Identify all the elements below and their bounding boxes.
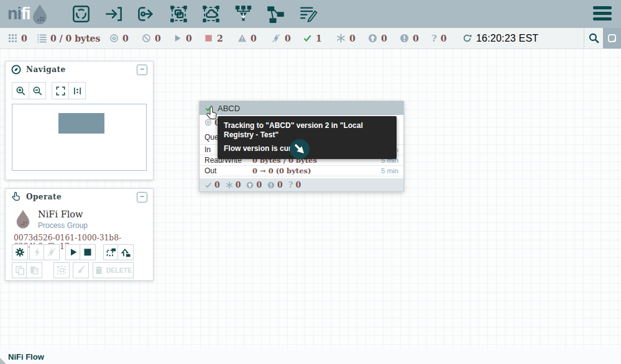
process-group-header[interactable]: ABCD [200, 101, 403, 115]
navigate-header: Navigate − [6, 61, 153, 78]
up-to-date-stat: 1 [303, 28, 322, 48]
nifi-logo: nifi [7, 3, 49, 24]
operate-header: Operate − [6, 189, 153, 205]
global-menu-button[interactable] [593, 6, 612, 21]
locally-modified-stat: 0 [336, 28, 356, 48]
badge-stale-icon [246, 181, 254, 189]
funnel-draggable[interactable] [234, 4, 253, 24]
process-group-draggable[interactable] [169, 4, 188, 24]
badge-up-to-date-icon [205, 181, 212, 189]
processor-draggable[interactable] [71, 4, 91, 24]
template-draggable[interactable] [266, 4, 285, 24]
operate-collapse-button[interactable]: − [137, 192, 147, 202]
breadcrumb-resize-handle[interactable] [0, 358, 6, 364]
breadcrumb-bar: NiFi Flow [0, 349, 621, 364]
disable-button[interactable] [44, 244, 60, 260]
process-group-drop-icon [14, 207, 32, 230]
birdseye-minimap[interactable] [12, 104, 147, 171]
hand-cursor [205, 106, 219, 122]
queued-data-count: 0 / 0 bytes [50, 34, 100, 43]
logo-fi: fi [21, 4, 30, 24]
queued-list-icon [37, 34, 47, 43]
badge-locally-modified-icon [226, 181, 233, 189]
invalid-count: 0 [251, 34, 257, 43]
transmitting-count: 0 [122, 34, 129, 43]
sync-failure-icon: ? [431, 33, 437, 44]
stopped-icon [204, 34, 213, 43]
zoom-in-button[interactable] [12, 82, 29, 99]
locally-modified-and-stale-icon [400, 34, 409, 43]
running-stat: 0 [173, 28, 192, 48]
tooltip-tracking-line: Tracking to "ABCD" version 2 in "Local R… [224, 121, 390, 140]
stopped-count: 2 [217, 34, 223, 43]
invalid-stat: 0 [237, 28, 257, 48]
compass-icon [11, 65, 21, 75]
up-to-date-count: 1 [316, 34, 322, 43]
top-toolbar: nifi [0, 0, 621, 28]
trash-icon [94, 266, 103, 275]
stale-count: 0 [381, 34, 387, 43]
locally-modified-and-stale-count: 0 [413, 34, 419, 43]
zoom-fit-button[interactable] [52, 82, 69, 99]
not-transmitting-stat: 0 [142, 28, 161, 48]
last-refreshed-time: 16:20:23 EST [476, 33, 538, 44]
up-to-date-icon [303, 34, 312, 43]
disabled-count: 0 [285, 34, 291, 43]
connection-create-handle[interactable] [289, 139, 310, 160]
disabled-icon [272, 34, 281, 43]
minimap-component [58, 113, 104, 134]
stale-icon [368, 34, 377, 43]
input-port-draggable[interactable] [104, 4, 123, 24]
invalid-icon [237, 34, 247, 43]
remote-process-group-draggable[interactable] [201, 4, 221, 24]
stale-stat: 0 [368, 28, 387, 48]
label-draggable[interactable] [298, 4, 318, 24]
navigate-buttons [12, 82, 86, 99]
refresh-icon[interactable] [462, 34, 472, 43]
locally-modified-icon [336, 34, 346, 43]
navigate-collapse-button[interactable]: − [137, 65, 147, 75]
locally-modified-and-stale-stat: 0 [400, 28, 419, 48]
badge-stale-count: 0 [256, 180, 262, 189]
out-value: 0 → 0 (0 bytes) [252, 166, 381, 175]
process-group-version-badges: 0 0 0 0 ?0 [200, 178, 403, 191]
new-window-toggle-button[interactable] [603, 28, 621, 48]
delete-label: DELETE [106, 266, 132, 274]
operate-palette: Operate − NiFi Flow Process Group 0073d5… [5, 188, 154, 281]
hand-icon [11, 192, 21, 202]
navigate-title: Navigate [26, 65, 132, 74]
search-icon[interactable] [589, 33, 599, 43]
stop-button[interactable] [80, 244, 96, 260]
zoom-actual-size-button[interactable] [68, 82, 86, 99]
paste-button[interactable] [26, 262, 42, 278]
zoom-out-button[interactable] [29, 82, 46, 99]
active-threads-count: 0 [21, 34, 27, 43]
configure-button[interactable] [12, 244, 28, 260]
sync-failure-count: 0 [441, 34, 447, 43]
logo-drop-icon [30, 3, 49, 24]
not-transmitting-icon [142, 34, 151, 43]
badge-locally-modified-count: 0 [236, 180, 241, 189]
out-row: Out 0 → 0 (0 bytes) 5 min [200, 166, 403, 176]
refresh-status[interactable]: 16:20:23 EST [462, 28, 538, 48]
upload-template-button[interactable] [117, 244, 134, 260]
badge-locally-modified-and-stale-icon [267, 181, 275, 189]
fill-color-button[interactable] [73, 262, 89, 278]
transmitting-stat: 0 [109, 28, 129, 48]
nifi-app: nifi [0, 0, 621, 364]
output-port-draggable[interactable] [136, 4, 155, 24]
transmitting-icon [109, 34, 119, 43]
group-button[interactable] [53, 262, 70, 278]
delete-button[interactable]: DELETE [93, 262, 134, 278]
running-count: 0 [186, 34, 192, 43]
stopped-stat: 2 [204, 28, 223, 48]
navigate-palette: Navigate − [5, 61, 154, 180]
logo-ni: ni [7, 4, 21, 24]
selected-component-name: NiFi Flow [38, 209, 83, 219]
disabled-stat: 0 [272, 28, 291, 48]
out-label: Out [205, 166, 252, 175]
breadcrumb-root[interactable]: NiFi Flow [8, 352, 44, 362]
out-window: 5 min [381, 167, 398, 175]
sync-failure-stat: ? 0 [431, 28, 447, 48]
badge-sync-failure-count: 0 [295, 180, 301, 189]
